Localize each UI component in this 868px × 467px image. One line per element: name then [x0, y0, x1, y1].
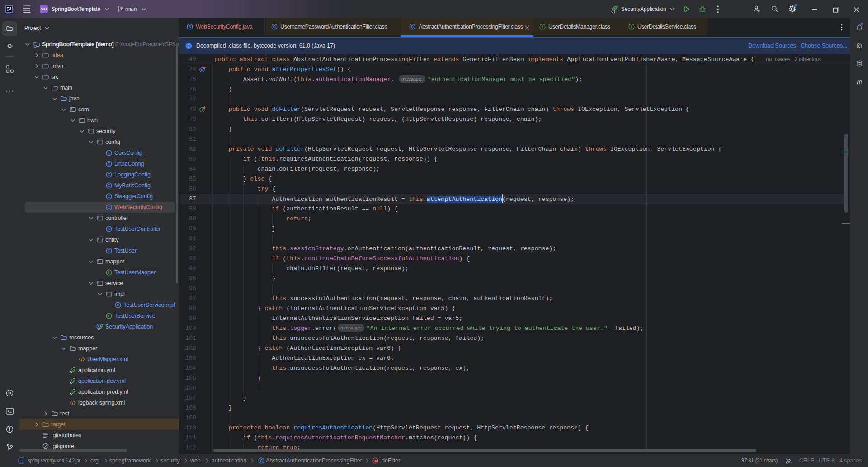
svg-text:I: I [202, 108, 203, 112]
svg-text:C: C [189, 24, 191, 29]
svg-text:I: I [108, 270, 109, 275]
svg-text:C: C [117, 303, 119, 307]
svg-text:C: C [108, 194, 110, 199]
svg-text:I: I [631, 24, 632, 29]
svg-text:IJ: IJ [7, 7, 11, 11]
svg-text:I: I [542, 24, 543, 29]
svg-text:C: C [411, 24, 414, 29]
svg-text:C: C [260, 458, 263, 463]
svg-text:C: C [108, 205, 110, 210]
svg-text:I: I [108, 314, 109, 318]
svg-text:C: C [108, 248, 110, 253]
svg-text:C: C [108, 162, 110, 166]
svg-text:C: C [108, 151, 110, 155]
svg-text:C: C [108, 227, 110, 231]
svg-text:C: C [273, 24, 276, 29]
svg-text:m: m [373, 458, 377, 463]
svg-text:C: C [108, 172, 110, 177]
svg-text:C: C [108, 183, 110, 188]
